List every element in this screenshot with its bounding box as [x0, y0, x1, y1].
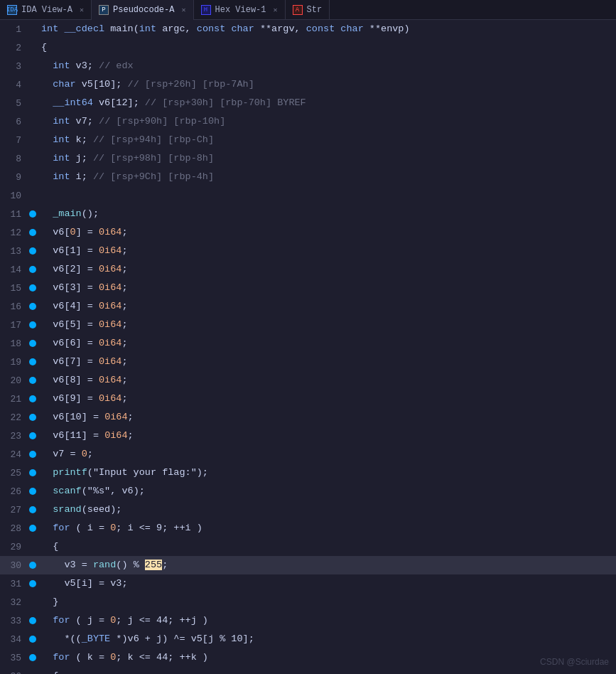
line-number: 26 — [0, 486, 27, 497]
tab-icon-pseudocode: P — [99, 5, 109, 15]
code-text: char v5[10]; // [rsp+26h] [rbp-7Ah] — [38, 75, 616, 94]
breakpoint-indicator[interactable] — [27, 562, 38, 569]
line-number: 20 — [0, 375, 27, 386]
breakpoint-indicator[interactable] — [27, 414, 38, 421]
code-text: for ( j = 0; j <= 44; ++j ) — [38, 611, 616, 630]
code-line: 9 int i; // [rsp+9Ch] [rbp-4h] — [0, 168, 616, 186]
code-text: *((_BYTE *)v6 + j) ^= v5[j % 10]; — [38, 630, 616, 648]
code-text: srand(seed); — [38, 501, 616, 519]
tab-strings[interactable]: AStr — [286, 0, 330, 20]
tab-close-hex-view[interactable]: ✕ — [274, 6, 278, 14]
breakpoint-dot — [29, 562, 36, 569]
breakpoint-indicator[interactable] — [27, 469, 38, 476]
code-line: 33 for ( j = 0; j <= 44; ++j ) — [0, 611, 616, 630]
code-line: 27 srand(seed); — [0, 501, 616, 519]
line-number: 9 — [0, 172, 27, 183]
code-line: 4 char v5[10]; // [rsp+26h] [rbp-7Ah] — [0, 75, 616, 94]
code-line: 28 for ( i = 0; i <= 9; ++i ) — [0, 519, 616, 537]
code-line: 32 } — [0, 593, 616, 611]
line-number: 10 — [0, 191, 27, 201]
code-text: int j; // [rsp+98h] [rbp-8h] — [38, 149, 616, 168]
tab-ida-view[interactable]: IDAIDA View-A✕ — [0, 0, 92, 20]
code-line: 30 v3 = rand() % 255; — [0, 556, 616, 574]
breakpoint-indicator[interactable] — [27, 488, 38, 495]
line-number: 4 — [0, 80, 27, 90]
code-line: 1int __cdecl main(int argc, const char *… — [0, 20, 616, 38]
code-line: 12 v6[0] = 0i64; — [0, 223, 616, 242]
breakpoint-indicator[interactable] — [27, 247, 38, 255]
tab-close-ida-view[interactable]: ✕ — [80, 6, 84, 14]
code-text: v3 = rand() % 255; — [38, 556, 616, 574]
code-line: 23 v6[11] = 0i64; — [0, 427, 616, 445]
tab-label-hex-view: Hex View-1 — [215, 5, 266, 15]
tab-pseudocode[interactable]: PPseudocode-A✕ — [92, 0, 193, 20]
code-text: v6[4] = 0i64; — [38, 297, 616, 316]
breakpoint-dot — [29, 284, 36, 291]
breakpoint-indicator[interactable] — [27, 210, 38, 218]
code-text: } — [38, 593, 616, 611]
line-number: 34 — [0, 634, 27, 645]
breakpoint-indicator[interactable] — [27, 617, 38, 624]
breakpoint-indicator[interactable] — [27, 284, 38, 291]
breakpoint-indicator[interactable] — [27, 303, 38, 310]
breakpoint-dot — [29, 247, 36, 255]
line-number: 21 — [0, 394, 27, 405]
line-number: 3 — [0, 61, 27, 72]
line-number: 36 — [0, 671, 27, 675]
breakpoint-indicator[interactable] — [27, 266, 38, 273]
code-line: 11 _main(); — [0, 205, 616, 223]
breakpoint-indicator[interactable] — [27, 451, 38, 458]
code-text: scanf("%s", v6); — [38, 482, 616, 501]
tab-hex-view[interactable]: HHex View-1✕ — [194, 0, 286, 20]
line-number: 12 — [0, 228, 27, 238]
code-text: v6[0] = 0i64; — [38, 223, 616, 242]
code-text: int v7; // [rsp+90h] [rbp-10h] — [38, 112, 616, 131]
breakpoint-dot — [29, 469, 36, 476]
breakpoint-dot — [29, 488, 36, 495]
code-text: v6[10] = 0i64; — [38, 408, 616, 427]
line-number: 33 — [0, 616, 27, 626]
breakpoint-dot — [29, 266, 36, 273]
breakpoint-dot — [29, 210, 36, 218]
code-text: int i; // [rsp+9Ch] [rbp-4h] — [38, 168, 616, 186]
breakpoint-dot — [29, 414, 36, 421]
line-number: 14 — [0, 264, 27, 275]
breakpoint-indicator[interactable] — [27, 525, 38, 532]
breakpoint-indicator[interactable] — [27, 377, 38, 384]
tab-close-pseudocode[interactable]: ✕ — [181, 6, 185, 14]
breakpoint-dot — [29, 580, 36, 587]
line-number: 5 — [0, 98, 27, 109]
line-number: 29 — [0, 542, 27, 552]
breakpoint-indicator[interactable] — [27, 229, 38, 236]
line-number: 22 — [0, 412, 27, 423]
code-line: 31 v5[i] = v3; — [0, 574, 616, 593]
breakpoint-dot — [29, 432, 36, 439]
line-number: 6 — [0, 117, 27, 127]
line-number: 23 — [0, 431, 27, 442]
breakpoint-dot — [29, 229, 36, 236]
tab-icon-hex-view: H — [201, 5, 211, 15]
code-line: 15 v6[3] = 0i64; — [0, 279, 616, 297]
line-number: 2 — [0, 43, 27, 53]
breakpoint-dot — [29, 340, 36, 347]
line-number: 27 — [0, 505, 27, 515]
line-number: 13 — [0, 246, 27, 257]
breakpoint-indicator[interactable] — [27, 340, 38, 347]
line-number: 32 — [0, 597, 27, 608]
code-line: 35 for ( k = 0; k <= 44; ++k ) — [0, 648, 616, 667]
breakpoint-indicator[interactable] — [27, 321, 38, 328]
code-line: 18 v6[6] = 0i64; — [0, 334, 616, 353]
code-text: v6[9] = 0i64; — [38, 390, 616, 408]
tab-label-ida-view: IDA View-A — [21, 5, 72, 15]
breakpoint-indicator[interactable] — [27, 395, 38, 402]
code-text: int k; // [rsp+94h] [rbp-Ch] — [38, 131, 616, 149]
breakpoint-indicator[interactable] — [27, 636, 38, 643]
line-number: 19 — [0, 357, 27, 368]
breakpoint-dot — [29, 451, 36, 458]
breakpoint-indicator[interactable] — [27, 580, 38, 587]
breakpoint-indicator[interactable] — [27, 432, 38, 439]
breakpoint-indicator[interactable] — [27, 506, 38, 513]
code-text: v6[6] = 0i64; — [38, 334, 616, 353]
breakpoint-indicator[interactable] — [27, 654, 38, 661]
breakpoint-indicator[interactable] — [27, 358, 38, 365]
